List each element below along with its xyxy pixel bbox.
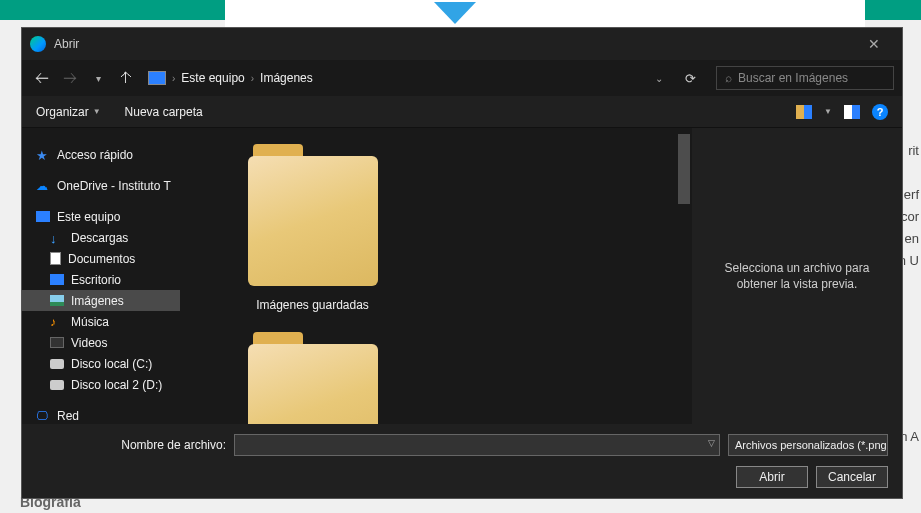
up-button[interactable]: 🡡 — [114, 66, 138, 90]
sidebar-item-label: Acceso rápido — [57, 148, 133, 162]
file-list[interactable]: Imágenes guardadas UbisoftConnect READY … — [180, 128, 676, 424]
sidebar-item-label: Disco local 2 (D:) — [71, 378, 162, 392]
close-button[interactable]: ✕ — [854, 36, 894, 52]
download-icon: ↓ — [50, 231, 64, 245]
filename-label: Nombre de archivo: — [36, 438, 226, 452]
new-folder-button[interactable]: Nueva carpeta — [125, 105, 203, 119]
filename-input[interactable]: ▽ — [234, 434, 720, 456]
folder-icon — [238, 320, 388, 424]
sidebar-item-disk-d[interactable]: Disco local 2 (D:) — [22, 374, 180, 395]
music-icon: ♪ — [50, 315, 64, 329]
sidebar-item-label: OneDrive - Instituto T — [57, 179, 171, 193]
network-icon: 🖵 — [36, 409, 50, 423]
document-icon — [50, 252, 61, 265]
sidebar-item-downloads[interactable]: ↓ Descargas — [22, 227, 180, 248]
sidebar-item-label: Documentos — [68, 252, 135, 266]
sidebar: ★ Acceso rápido ☁ OneDrive - Instituto T… — [22, 128, 180, 424]
sidebar-item-network[interactable]: 🖵 Red — [22, 405, 180, 424]
sidebar-item-label: Escritorio — [71, 273, 121, 287]
filename-dropdown-icon[interactable]: ▽ — [708, 438, 715, 448]
pc-icon — [148, 71, 166, 85]
scrollbar[interactable] — [676, 128, 692, 424]
address-bar[interactable]: › Este equipo › Imágenes — [148, 71, 313, 85]
view-dropdown[interactable]: ▼ — [824, 107, 832, 116]
sidebar-item-onedrive[interactable]: ☁ OneDrive - Instituto T — [22, 175, 180, 196]
folder-item[interactable]: Imágenes guardadas — [190, 128, 435, 316]
breadcrumb-sep: › — [251, 73, 254, 84]
address-dropdown[interactable]: ⌄ — [647, 73, 671, 84]
sidebar-item-disk-c[interactable]: Disco local (C:) — [22, 353, 180, 374]
scrollbar-thumb[interactable] — [678, 134, 690, 204]
sidebar-item-label: Red — [57, 409, 79, 423]
breadcrumb-thispc[interactable]: Este equipo — [181, 71, 244, 85]
sidebar-item-label: Imágenes — [71, 294, 124, 308]
disk-icon — [50, 380, 64, 390]
cloud-icon: ☁ — [36, 179, 50, 193]
view-icon[interactable] — [796, 105, 812, 119]
file-type-filter[interactable]: Archivos personalizados (*.png… ⌄ — [728, 434, 888, 456]
preview-pane: Selecciona un archivo para obtener la vi… — [692, 128, 902, 424]
back-button[interactable]: 🡠 — [30, 66, 54, 90]
pictures-icon — [50, 295, 64, 306]
file-open-dialog: Abrir ✕ 🡠 🡢 ▾ 🡡 › Este equipo › Imágenes… — [21, 27, 903, 499]
sidebar-item-desktop[interactable]: Escritorio — [22, 269, 180, 290]
titlebar: Abrir ✕ — [22, 28, 902, 60]
refresh-button[interactable]: ⟳ — [675, 71, 706, 86]
sidebar-item-videos[interactable]: Videos — [22, 332, 180, 353]
sidebar-item-label: Descargas — [71, 231, 128, 245]
recent-dropdown[interactable]: ▾ — [86, 66, 110, 90]
desktop-icon — [50, 274, 64, 285]
preview-text: Selecciona un archivo para obtener la vi… — [712, 260, 882, 292]
sidebar-item-documents[interactable]: Documentos — [22, 248, 180, 269]
breadcrumb-sep: › — [172, 73, 175, 84]
sidebar-item-label: Este equipo — [57, 210, 120, 224]
organize-button[interactable]: Organizar▼ — [36, 105, 101, 119]
help-icon[interactable]: ? — [872, 104, 888, 120]
filter-text: Archivos personalizados (*.png… — [735, 439, 888, 451]
search-input[interactable]: ⌕ Buscar en Imágenes — [716, 66, 894, 90]
forward-button[interactable]: 🡢 — [58, 66, 82, 90]
sidebar-item-label: Música — [71, 315, 109, 329]
star-icon: ★ — [36, 148, 50, 162]
open-button[interactable]: Abrir — [736, 466, 808, 488]
pc-icon — [36, 211, 50, 222]
folder-item[interactable]: UbisoftConnect — [190, 316, 435, 424]
preview-pane-icon[interactable] — [844, 105, 860, 119]
video-icon — [50, 337, 64, 348]
breadcrumb-pictures[interactable]: Imágenes — [260, 71, 313, 85]
folder-icon — [238, 132, 388, 292]
toolbar: Organizar▼ Nueva carpeta ▼ ? — [22, 96, 902, 128]
sidebar-item-label: Videos — [71, 336, 107, 350]
navbar: 🡠 🡢 ▾ 🡡 › Este equipo › Imágenes ⌄ ⟳ ⌕ B… — [22, 60, 902, 96]
folder-label: Imágenes guardadas — [256, 298, 369, 312]
sidebar-item-pictures[interactable]: Imágenes — [22, 290, 180, 311]
footer: Nombre de archivo: ▽ Archivos personaliz… — [22, 424, 902, 498]
sidebar-item-thispc[interactable]: Este equipo — [22, 206, 180, 227]
sidebar-item-quick-access[interactable]: ★ Acceso rápido — [22, 144, 180, 165]
sidebar-item-music[interactable]: ♪ Música — [22, 311, 180, 332]
window-title: Abrir — [54, 37, 79, 51]
cancel-button[interactable]: Cancelar — [816, 466, 888, 488]
edge-icon — [30, 36, 46, 52]
search-placeholder: Buscar en Imágenes — [738, 71, 848, 85]
search-icon: ⌕ — [725, 71, 732, 85]
sidebar-item-label: Disco local (C:) — [71, 357, 152, 371]
disk-icon — [50, 359, 64, 369]
